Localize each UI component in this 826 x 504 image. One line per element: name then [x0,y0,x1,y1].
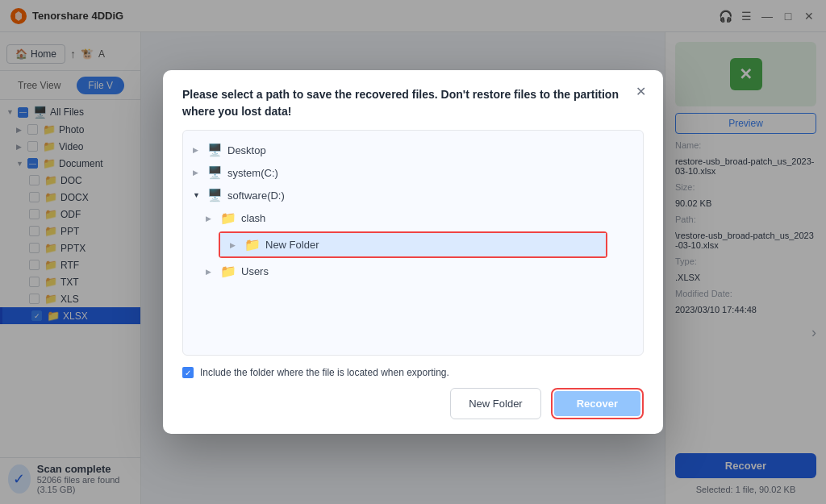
ftm-item-softd[interactable]: ▼ 🖥️ software(D:) [183,184,643,206]
drive-icon-systemc: 🖥️ [207,165,223,180]
modal-title: Please select a path to save the recover… [182,86,644,120]
recover-button-highlight: Recover [551,388,644,419]
ftm-item-systemc[interactable]: ▶ 🖥️ system(C:) [183,161,643,184]
label-ftm-newfolder: New Folder [265,239,319,251]
include-folder-label: Include the folder where the file is loc… [200,367,449,378]
folder-icon-newfolder: 📁 [244,237,261,252]
include-folder-checkbox[interactable]: ✓ [182,367,194,378]
chevron-clash: ▶ [206,215,215,223]
new-folder-button[interactable]: New Folder [450,388,540,419]
modal-close-button[interactable]: ✕ [631,81,650,101]
modal-recover-button[interactable]: Recover [554,391,640,416]
modal-body: ▶ 🖥️ Desktop ▶ 🖥️ system(C:) ▼ 🖥️ [163,130,663,356]
ftm-item-newfolder-wrapper: ▶ 📁 New Folder [219,231,607,258]
include-folder-row: ✓ Include the folder where the file is l… [182,367,644,378]
monitor-icon-desktop: 🖥️ [207,143,223,157]
ftm-item-newfolder[interactable]: ▶ 📁 New Folder [220,233,606,256]
app-window: Tenorshare 4DDiG 🎧 ☰ — □ ✕ 🏠 Home ↑ 🐮 A [0,0,826,504]
modal-footer: ✓ Include the folder where the file is l… [163,356,663,434]
label-ftm-softd: software(D:) [227,190,285,202]
folder-icon-clash: 📁 [220,210,236,226]
drive-icon-softd: 🖥️ [207,188,223,202]
save-path-tree: ▶ 🖥️ Desktop ▶ 🖥️ system(C:) ▼ 🖥️ [182,130,644,356]
modal-header: Please select a path to save the recover… [163,70,663,130]
ftm-item-users[interactable]: ▶ 📁 Users [183,260,643,283]
ftm-item-desktop[interactable]: ▶ 🖥️ Desktop [183,139,643,161]
label-ftm-clash: clash [241,212,265,224]
modal-backdrop: Please select a path to save the recover… [0,0,826,504]
save-path-modal: Please select a path to save the recover… [163,70,663,434]
folder-icon-users: 📁 [220,264,236,279]
chevron-systemc: ▶ [193,169,202,177]
label-ftm-users: Users [241,265,269,277]
chevron-users: ▶ [206,268,215,276]
chevron-desktop: ▶ [193,146,202,154]
modal-buttons: New Folder Recover [182,388,644,419]
label-ftm-systemc: system(C:) [227,167,278,179]
chevron-newfolder: ▶ [230,241,240,249]
ftm-item-clash[interactable]: ▶ 📁 clash [183,206,643,230]
label-ftm-desktop: Desktop [227,144,266,156]
chevron-softd: ▼ [193,191,202,199]
